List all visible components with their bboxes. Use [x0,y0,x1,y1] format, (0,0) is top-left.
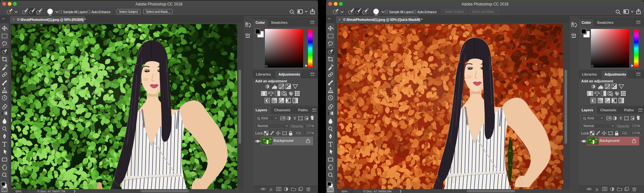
svg-text:fx: fx [270,187,273,192]
svg-text:T: T [294,116,296,121]
svg-text:fx: fx [596,187,599,192]
svg-text:T: T [620,116,622,121]
